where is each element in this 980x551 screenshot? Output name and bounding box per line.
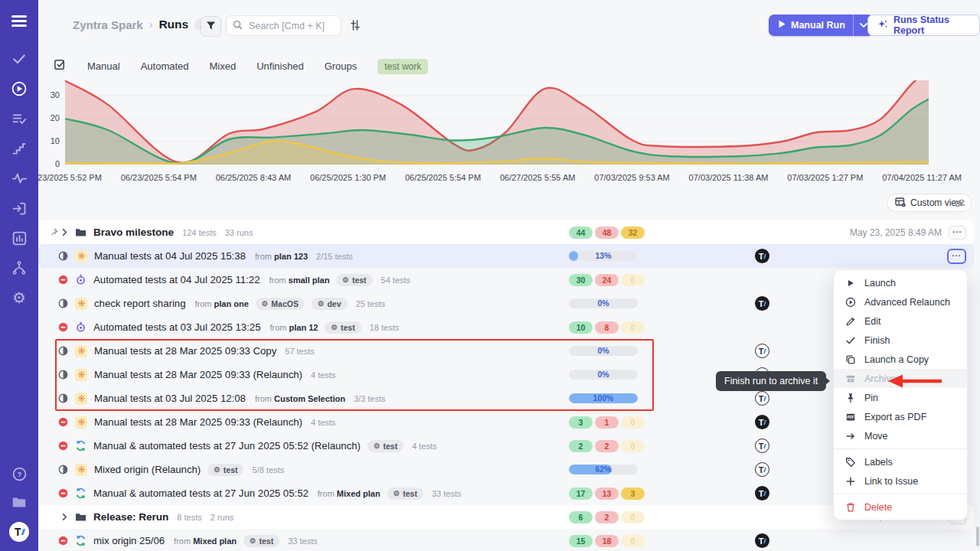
- status-finished-icon: [58, 536, 68, 546]
- progress-label: 0%: [569, 298, 638, 308]
- group-row[interactable]: Bravo milestone124 tests33 runs444832May…: [38, 220, 974, 244]
- menu-item-delete[interactable]: Delete: [834, 497, 967, 517]
- breadcrumb-project[interactable]: Zyntra Spark: [73, 18, 143, 31]
- run-title[interactable]: Manual tests at 04 Jul 2025 15:38: [94, 250, 246, 262]
- expand-chevron-icon[interactable]: [61, 229, 68, 236]
- sidebar-item-analytics-icon[interactable]: [11, 230, 28, 246]
- sidebar-item-settings-icon[interactable]: ⚙: [11, 289, 28, 306]
- assignee-avatar: T: [755, 486, 769, 500]
- funnel-icon: [206, 20, 216, 34]
- run-row[interactable]: Manual tests at 04 Jul 2025 15:38from pl…: [38, 244, 974, 268]
- group-title: Bravo milestone: [93, 227, 174, 238]
- menu-icon[interactable]: [11, 15, 27, 30]
- row-menu-button[interactable]: ···: [949, 226, 966, 240]
- failed-count: 2: [595, 440, 619, 452]
- view-settings-icon[interactable]: [954, 197, 965, 211]
- menu-item-link-to-issue[interactable]: Link to Issue: [834, 471, 967, 491]
- manual-run-button[interactable]: Manual Run: [769, 15, 874, 36]
- sidebar-item-plans-icon[interactable]: [11, 110, 28, 127]
- menu-item-launch-a-copy[interactable]: Launch a Copy: [834, 350, 967, 369]
- menu-separator: [834, 448, 967, 449]
- search-input[interactable]: [247, 20, 335, 32]
- menu-item-edit[interactable]: Edit: [834, 311, 967, 331]
- active-filter-badge[interactable]: test work: [377, 59, 428, 74]
- progress-bar: 100%: [569, 386, 638, 410]
- passed-count: 6: [569, 511, 593, 523]
- sidebar-item-pulse-icon[interactable]: [11, 170, 28, 187]
- x-tick-label: 06/25/2025 8:43 AM: [216, 173, 291, 182]
- tab-automated[interactable]: Automated: [141, 60, 189, 72]
- runs-count: 33 runs: [225, 228, 253, 237]
- menu-item-labels[interactable]: Labels: [834, 452, 967, 471]
- result-counts: 1080: [569, 315, 647, 339]
- expand-chevron-icon[interactable]: [61, 514, 68, 520]
- run-source: from small plan: [270, 276, 330, 285]
- result-counts: 310: [569, 410, 647, 434]
- menu-item-advanced-relaunch[interactable]: Advanced Relaunch: [834, 292, 967, 311]
- tests-count: 57 tests: [285, 347, 315, 356]
- app-logo[interactable]: T: [9, 522, 29, 542]
- select-runs-icon[interactable]: [54, 58, 67, 74]
- menu-item-finish[interactable]: Finish: [834, 331, 967, 350]
- assignee-avatar: T: [755, 391, 769, 406]
- assignee-avatar: T: [755, 462, 769, 477]
- help-icon[interactable]: ?: [11, 465, 28, 482]
- tab-groups[interactable]: Groups: [325, 60, 358, 72]
- status-finished-icon: [58, 322, 68, 332]
- failed-count: 1: [595, 416, 619, 429]
- progress-label: 62%: [569, 465, 638, 474]
- menu-item-pin[interactable]: Pin: [834, 388, 967, 407]
- trash-icon: [844, 502, 856, 513]
- sidebar-item-runs-icon[interactable]: [11, 80, 28, 97]
- run-title[interactable]: mix origin 25/06: [93, 535, 165, 546]
- run-title[interactable]: Automated tests at 03 Jul 2025 13:25: [93, 321, 260, 333]
- menu-item-export-as-pdf[interactable]: PDFExport as PDF: [834, 407, 967, 426]
- failed-count: 2: [595, 511, 619, 523]
- context-menu: LaunchAdvanced RelaunchEditFinishLaunch …: [833, 269, 968, 520]
- assignee-avatar: T: [755, 296, 769, 311]
- skipped-count: 0: [621, 416, 645, 429]
- failed-count: 48: [595, 227, 619, 239]
- run-title[interactable]: check report sharing: [94, 298, 185, 309]
- status-in-progress-icon: [58, 393, 68, 403]
- status-in-progress-icon: [58, 346, 68, 356]
- sidebar-item-import-icon[interactable]: [11, 200, 28, 217]
- run-title[interactable]: Manual tests at 28 Mar 2025 09:33 Copy: [94, 345, 276, 357]
- failed-count: 13: [595, 487, 619, 500]
- run-title[interactable]: Manual & automated tests at 27 Jun 2025 …: [93, 440, 361, 452]
- run-row[interactable]: mix origin 25/06from Mixed plan⚙test33 t…: [38, 529, 974, 551]
- sidebar-item-branches-icon[interactable]: [11, 259, 28, 276]
- tag-badge: ⚙test: [387, 487, 423, 500]
- tab-manual[interactable]: Manual: [87, 60, 120, 72]
- status-in-progress-icon: [58, 465, 68, 474]
- menu-item-archive: Archive: [834, 369, 967, 388]
- run-title[interactable]: Automated tests at 04 Jul 2025 11:22: [93, 274, 260, 285]
- sidebar-item-milestones-icon[interactable]: [11, 140, 28, 157]
- sidebar-item-tests-icon[interactable]: [11, 51, 28, 67]
- runs-status-report-button[interactable]: Runs Status Report: [867, 15, 980, 36]
- scrollbar-thumb[interactable]: [976, 527, 979, 546]
- menu-item-launch[interactable]: Launch: [834, 273, 967, 292]
- tab-unfinished[interactable]: Unfinished: [256, 60, 303, 72]
- run-title[interactable]: Manual tests at 03 Jul 2025 12:08: [94, 393, 246, 404]
- menu-item-label: Export as PDF: [864, 412, 926, 422]
- run-title[interactable]: Manual tests at 28 Mar 2025 09:33 (Relau…: [94, 369, 302, 380]
- run-title[interactable]: Mixed origin (Relaunch): [94, 464, 201, 475]
- sidebar-nav: ⚙: [0, 51, 38, 306]
- run-title[interactable]: Manual & automated tests at 27 Jun 2025 …: [93, 487, 309, 499]
- type-mixed-icon: [75, 487, 87, 499]
- projects-folder-icon[interactable]: [11, 494, 28, 510]
- row-menu-button[interactable]: ···: [947, 249, 966, 264]
- search-box[interactable]: [226, 15, 341, 36]
- result-counts: 17133: [569, 481, 647, 505]
- tests-count: 33 tests: [288, 536, 318, 546]
- tab-mixed[interactable]: Mixed: [210, 60, 237, 72]
- skipped-count: 0: [621, 321, 645, 334]
- tag-badge: ⚙test: [368, 440, 403, 452]
- menu-item-move[interactable]: Move: [834, 426, 967, 445]
- menu-item-label: Labels: [864, 457, 893, 468]
- filter-button[interactable]: [201, 16, 221, 37]
- tag-badge: ⚙test: [207, 464, 243, 476]
- run-title[interactable]: Manual tests at 28 Mar 2025 09:33 (Relau…: [94, 416, 302, 428]
- filter-sliders-icon[interactable]: [349, 19, 361, 34]
